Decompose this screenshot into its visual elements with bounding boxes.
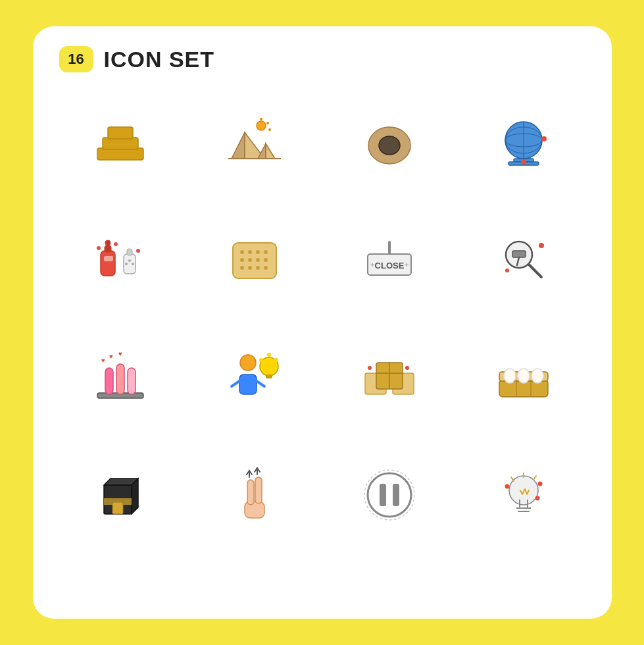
svg-point-24	[105, 240, 111, 245]
svg-point-20	[541, 136, 547, 142]
svg-point-4	[260, 118, 262, 120]
svg-rect-92	[112, 502, 123, 514]
svg-marker-7	[232, 132, 245, 159]
svg-text:+: +	[370, 261, 374, 269]
svg-rect-47	[388, 241, 391, 254]
svg-point-29	[125, 263, 128, 265]
header: 16 ICON SET	[59, 46, 215, 72]
svg-point-85	[532, 369, 543, 383]
biscuit-icon	[193, 208, 316, 313]
svg-point-43	[240, 266, 244, 270]
svg-point-46	[264, 266, 268, 270]
svg-text:CLOSE: CLOSE	[374, 261, 404, 271]
condiments-icon	[59, 208, 182, 313]
svg-marker-10	[266, 143, 275, 159]
svg-rect-94	[247, 480, 254, 505]
svg-point-65	[240, 355, 256, 371]
svg-point-35	[240, 250, 244, 254]
svg-rect-54	[512, 251, 526, 257]
badge: 16	[59, 46, 93, 72]
svg-point-39	[240, 258, 244, 262]
svg-point-109	[535, 496, 540, 501]
svg-rect-95	[255, 477, 262, 503]
stone-icon	[328, 91, 451, 196]
svg-point-5	[266, 122, 269, 124]
svg-point-44	[248, 266, 252, 270]
kaaba-icon	[59, 442, 182, 548]
svg-line-68	[257, 381, 264, 386]
svg-point-38	[264, 250, 268, 254]
globe-icon	[462, 91, 585, 196]
svg-point-83	[504, 369, 516, 383]
main-card: 16 ICON SET	[33, 26, 612, 619]
svg-line-53	[529, 265, 541, 277]
svg-point-40	[248, 258, 252, 262]
idea-person-icon	[193, 325, 316, 430]
svg-point-56	[539, 243, 544, 248]
svg-point-3	[257, 121, 266, 130]
svg-point-37	[256, 250, 260, 254]
svg-point-45	[256, 266, 260, 270]
svg-point-42	[264, 258, 268, 262]
svg-point-30	[132, 263, 134, 265]
icon-grid: CLOSE + +	[59, 91, 585, 548]
svg-point-32	[114, 242, 118, 246]
svg-rect-60	[116, 364, 124, 394]
svg-rect-59	[105, 368, 113, 394]
svg-point-72	[274, 358, 278, 362]
svg-point-108	[538, 482, 543, 486]
svg-rect-23	[105, 245, 111, 252]
svg-text:♥: ♥	[109, 353, 113, 360]
svg-line-67	[232, 381, 239, 386]
svg-point-36	[248, 250, 252, 254]
title: ICON SET	[104, 47, 215, 72]
svg-line-112	[533, 476, 536, 480]
svg-point-33	[136, 249, 140, 253]
svg-point-101	[364, 470, 414, 520]
svg-point-107	[505, 484, 510, 489]
svg-rect-99	[380, 484, 386, 506]
search-tool-icon	[462, 208, 585, 313]
svg-rect-93	[245, 502, 264, 518]
eggs-icon	[462, 325, 585, 430]
svg-text:♥: ♥	[118, 350, 122, 357]
bulb-idea-icon	[462, 442, 585, 548]
svg-rect-61	[128, 368, 136, 394]
svg-text:♥: ♥	[101, 357, 105, 364]
svg-rect-66	[239, 374, 257, 394]
svg-point-71	[259, 358, 263, 362]
svg-point-21	[521, 159, 526, 165]
test-tubes-icon: ♥ ♥ ♥	[59, 325, 182, 430]
svg-point-57	[505, 269, 509, 272]
svg-point-80	[405, 366, 409, 370]
svg-point-28	[128, 259, 131, 262]
svg-rect-100	[393, 484, 399, 506]
svg-rect-70	[266, 374, 272, 378]
boxes-icon	[328, 325, 451, 430]
svg-point-13	[379, 136, 400, 155]
svg-text:+: +	[405, 261, 409, 269]
svg-rect-34	[233, 243, 276, 278]
svg-rect-2	[108, 127, 133, 139]
svg-marker-90	[132, 478, 138, 514]
svg-point-84	[518, 369, 530, 383]
svg-point-73	[267, 353, 271, 357]
gold-bars-icon	[59, 91, 182, 196]
svg-point-41	[256, 258, 260, 262]
close-sign-icon: CLOSE + +	[328, 208, 451, 313]
svg-point-6	[268, 128, 271, 131]
gesture-icon	[193, 442, 316, 548]
svg-rect-25	[104, 256, 113, 261]
pyramids-icon	[193, 91, 316, 196]
pause-icon	[328, 442, 451, 548]
svg-rect-22	[101, 251, 115, 276]
svg-point-31	[97, 246, 101, 250]
svg-rect-27	[127, 249, 132, 255]
svg-point-79	[368, 366, 372, 370]
svg-point-98	[368, 473, 411, 517]
